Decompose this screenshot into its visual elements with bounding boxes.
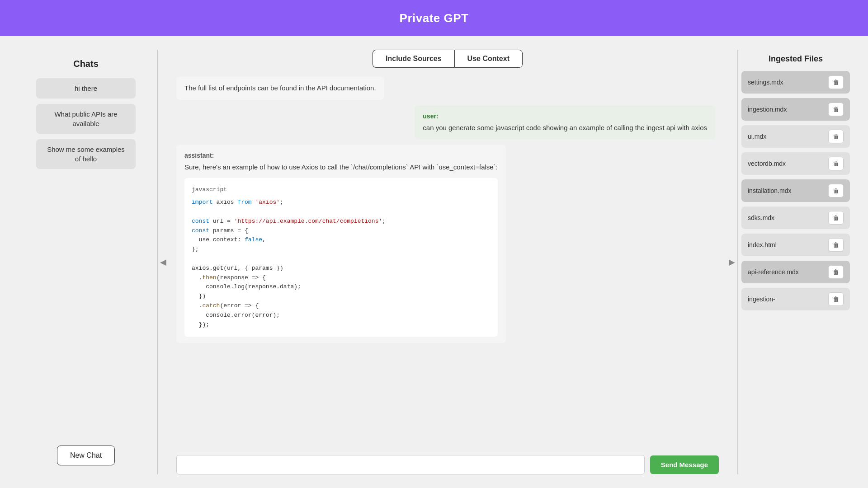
code-lang-label: javascript (192, 185, 491, 195)
delete-file-button-4[interactable]: 🗑 (828, 184, 844, 197)
delete-file-button-6[interactable]: 🗑 (828, 238, 844, 252)
input-area: Send Message (176, 455, 719, 474)
chat-area: The full list of endpoints can be found … (176, 77, 719, 448)
left-divider: ◀ (154, 50, 167, 474)
send-message-button[interactable]: Send Message (650, 455, 719, 474)
delete-file-button-1[interactable]: 🗑 (828, 103, 844, 116)
file-item-2: ui.mdx🗑 (741, 125, 850, 148)
file-item-1: ingestion.mdx🗑 (741, 98, 850, 121)
chat-item-2[interactable]: Show me some examples of hello (36, 139, 136, 169)
right-divider: ▶ (728, 50, 741, 474)
assistant-message: assistant: Sure, here's an example of ho… (176, 145, 506, 343)
delete-file-button-0[interactable]: 🗑 (828, 75, 844, 89)
user-label: user: (423, 112, 707, 121)
system-message-text: The full list of endpoints can be found … (184, 84, 376, 92)
file-list: settings.mdx🗑ingestion.mdx🗑ui.mdx🗑vector… (741, 71, 850, 310)
code-block: javascript import axios from 'axios'; co… (184, 178, 498, 337)
left-sidebar: Chats hi thereWhat public APIs are avail… (18, 50, 154, 474)
chat-item-0[interactable]: hi there (36, 78, 136, 99)
file-name-5: sdks.mdx (748, 214, 774, 221)
file-name-1: ingestion.mdx (748, 106, 787, 113)
delete-file-button-8[interactable]: 🗑 (828, 292, 844, 306)
file-item-7: api-reference.mdx🗑 (741, 261, 850, 283)
chats-title: Chats (73, 59, 99, 69)
system-message: The full list of endpoints can be found … (176, 77, 384, 100)
delete-file-button-5[interactable]: 🗑 (828, 211, 844, 225)
file-item-8: ingestion-🗑 (741, 288, 850, 310)
message-input[interactable] (176, 455, 645, 474)
right-divider-line (737, 50, 738, 474)
file-item-4: installation.mdx🗑 (741, 179, 850, 202)
left-arrow-icon[interactable]: ◀ (160, 257, 166, 267)
delete-file-button-3[interactable]: 🗑 (828, 157, 844, 170)
center-panel: Include Sources Use Context The full lis… (167, 50, 728, 474)
ingested-files-title: Ingested Files (741, 54, 850, 64)
file-name-0: settings.mdx (748, 79, 783, 86)
toggle-bar: Include Sources Use Context (176, 50, 719, 68)
main-container: Chats hi thereWhat public APIs are avail… (0, 36, 868, 488)
file-name-7: api-reference.mdx (748, 268, 799, 276)
user-message: user: can you generate some javascript c… (415, 105, 715, 140)
left-divider-line (157, 50, 158, 474)
file-item-6: index.html🗑 (741, 234, 850, 256)
file-name-6: index.html (748, 241, 777, 249)
assistant-intro-text: Sure, here's an example of how to use Ax… (184, 163, 498, 171)
app-title: Private GPT (400, 11, 469, 25)
right-arrow-icon[interactable]: ▶ (729, 257, 735, 267)
chat-item-1[interactable]: What public APIs are available (36, 104, 136, 134)
assistant-label: assistant: (184, 151, 498, 160)
file-name-4: installation.mdx (748, 187, 792, 194)
header: Private GPT (0, 0, 868, 36)
right-sidebar: Ingested Files settings.mdx🗑ingestion.md… (741, 50, 850, 474)
file-name-2: ui.mdx (748, 133, 766, 140)
file-item-0: settings.mdx🗑 (741, 71, 850, 94)
file-name-3: vectordb.mdx (748, 160, 786, 167)
use-context-button[interactable]: Use Context (454, 50, 523, 68)
file-item-5: sdks.mdx🗑 (741, 206, 850, 229)
chat-list: hi thereWhat public APIs are availableSh… (18, 78, 154, 169)
delete-file-button-7[interactable]: 🗑 (828, 265, 844, 279)
include-sources-button[interactable]: Include Sources (373, 50, 454, 68)
file-item-3: vectordb.mdx🗑 (741, 152, 850, 175)
code-content: import axios from 'axios'; const url = '… (192, 198, 491, 329)
file-name-8: ingestion- (748, 296, 775, 303)
user-message-text: can you generate some javascript code sh… (423, 124, 707, 131)
new-chat-button[interactable]: New Chat (57, 446, 115, 465)
delete-file-button-2[interactable]: 🗑 (828, 130, 844, 143)
